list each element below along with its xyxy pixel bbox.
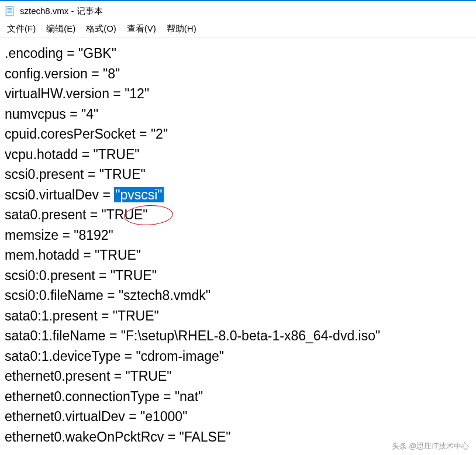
menu-view[interactable]: 查看(V) [127, 23, 156, 35]
text-line: mem.hotadd = "TRUE" [5, 245, 471, 266]
text-line: ethernet0.present = "TRUE" [5, 366, 471, 387]
title-bar: sztech8.vmx - 记事本 [0, 0, 476, 21]
text-line: virtualHW.version = "12" [5, 84, 471, 104]
menu-bar: 文件(F) 编辑(E) 格式(O) 查看(V) 帮助(H) [0, 21, 476, 37]
menu-format[interactable]: 格式(O) [86, 23, 116, 35]
menu-help[interactable]: 帮助(H) [167, 23, 196, 35]
text-line: scsi0:0.present = "TRUE" [5, 266, 471, 286]
text-line: ethernet0.connectionType = "nat" [5, 387, 471, 407]
selected-text: "pvscsi" [114, 187, 163, 202]
menu-file[interactable]: 文件(F) [7, 23, 36, 35]
watermark: 头条 @思庄IT技术中心 [392, 441, 469, 451]
text-line: ethernet0.virtualDev = "e1000" [5, 406, 471, 427]
text-line: cpuid.coresPerSocket = "2" [5, 124, 471, 144]
menu-edit[interactable]: 编辑(E) [46, 23, 75, 35]
notepad-icon [5, 6, 15, 16]
text-line: scsi0:0.fileName = "sztech8.vmdk" [5, 285, 471, 306]
text-editor-area[interactable]: .encoding = "GBK" config.version = "8" v… [0, 37, 476, 453]
text-line: sata0:1.deviceType = "cdrom-image" [5, 346, 471, 367]
text-line: numvcpus = "4" [5, 104, 471, 125]
window-title: sztech8.vmx - 记事本 [20, 6, 103, 17]
text-line: memsize = "8192" [5, 225, 471, 246]
text-line: vcpu.hotadd = "TRUE" [5, 144, 471, 165]
text-line: config.version = "8" [5, 64, 471, 84]
text-line: scsi0.present = "TRUE" [5, 164, 471, 185]
text-line: sata0:1.fileName = "F:\setup\RHEL-8.0-be… [5, 326, 471, 346]
text-line: sata0:1.present = "TRUE" [5, 306, 471, 326]
text-line: sata0.present = "TRUE" [5, 205, 471, 225]
text-line: .encoding = "GBK" [5, 43, 471, 64]
text-line: scsi0.virtualDev = "pvscsi" [5, 185, 471, 205]
